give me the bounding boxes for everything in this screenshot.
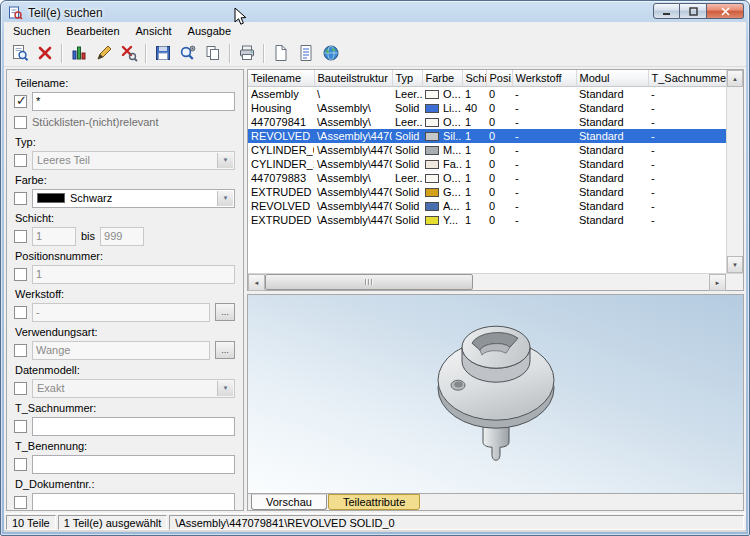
delete-search-button[interactable] — [116, 42, 141, 65]
cell-farbe: M... — [422, 143, 462, 157]
cell-werkstoff: - — [512, 213, 576, 227]
typ-checkbox[interactable] — [14, 154, 27, 167]
preview-viewport[interactable] — [248, 295, 743, 493]
minimize-button[interactable] — [653, 3, 680, 19]
chevron-down-icon: ▼ — [217, 191, 233, 206]
table-row[interactable]: REVOLVED S...\Assembly\4470...SolidA...1… — [248, 199, 726, 213]
column-schicht[interactable]: Schi... — [462, 70, 486, 86]
schicht-von-input[interactable] — [32, 227, 76, 246]
column-werkstoff[interactable]: Werkstoff — [512, 70, 576, 86]
table-row[interactable]: REVOLVED S...\Assembly\4470...SolidSil..… — [248, 129, 726, 143]
report-icon — [297, 44, 315, 62]
title-bar[interactable]: Teil(e) suchen — [1, 1, 749, 22]
copy-result-button[interactable] — [200, 42, 225, 65]
vertical-scrollbar[interactable]: ▲ ▼ — [726, 70, 743, 273]
datenmodell-checkbox[interactable] — [14, 382, 27, 395]
farbe-checkbox[interactable] — [14, 192, 27, 205]
table-row[interactable]: CYLINDER_0\Assembly\4470...SolidM...10-S… — [248, 143, 726, 157]
delete-result-button[interactable] — [32, 42, 57, 65]
schicht-bis-input[interactable] — [100, 227, 144, 246]
t-sachnummer-checkbox[interactable] — [14, 420, 27, 433]
scrollbar-track[interactable] — [473, 274, 709, 290]
column-modul[interactable]: Modul — [576, 70, 648, 86]
verwendungsart-checkbox[interactable] — [14, 344, 27, 357]
table-row[interactable]: Assembly\Leer...O...10-Standard- — [248, 86, 726, 101]
cell-teilename: 447079841 — [248, 115, 314, 129]
positionsnummer-checkbox[interactable] — [14, 268, 27, 281]
save-search-button[interactable] — [150, 42, 175, 65]
report-button[interactable] — [293, 42, 318, 65]
cell-typ: Solid — [392, 143, 422, 157]
schicht-checkbox[interactable] — [14, 230, 27, 243]
column-bauteilstruktur[interactable]: Bauteilstruktur — [314, 70, 392, 86]
mark-parts-button[interactable] — [91, 42, 116, 65]
table-row[interactable]: EXTRUDED ...\Assembly\4470...SolidG...10… — [248, 185, 726, 199]
scroll-left-icon[interactable]: ◄ — [248, 274, 265, 291]
client-area: Suchen Bearbeiten Ansicht Ausgabe — [4, 22, 746, 532]
close-button[interactable] — [707, 3, 744, 19]
column-sachnummer[interactable]: T_Sachnummer — [648, 70, 726, 86]
table-row[interactable]: Housing\Assembly\SolidLi...400-Standard- — [248, 101, 726, 115]
part-3d-render — [366, 295, 626, 485]
datenmodell-combobox[interactable]: Exakt ▼ — [32, 379, 235, 398]
t-benennung-input[interactable] — [32, 455, 235, 474]
menu-ausgabe[interactable]: Ausgabe — [180, 23, 239, 39]
cell-bauteilstruktur: \Assembly\4470... — [314, 129, 392, 143]
table-row[interactable]: EXTRUDED ...\Assembly\4470...SolidY...10… — [248, 213, 726, 227]
print-button[interactable] — [234, 42, 259, 65]
teilename-input[interactable] — [32, 92, 235, 111]
t-sachnummer-input[interactable] — [32, 417, 235, 436]
t-benennung-checkbox[interactable] — [14, 458, 27, 471]
maximize-button[interactable] — [680, 3, 707, 19]
cell-schicht: 1 — [462, 157, 486, 171]
verwendungsart-browse-button[interactable]: ... — [215, 341, 235, 359]
menu-bearbeiten[interactable]: Bearbeiten — [58, 23, 127, 39]
column-farbe[interactable]: Farbe — [422, 70, 462, 86]
positionsnummer-input[interactable] — [32, 265, 235, 284]
new-document-button[interactable] — [268, 42, 293, 65]
toolbar-separator — [145, 44, 146, 63]
column-typ[interactable]: Typ — [392, 70, 422, 86]
column-teilename[interactable]: Teilename — [248, 70, 314, 86]
table-row[interactable]: 447079841\Assembly\Leer...O...10-Standar… — [248, 115, 726, 129]
farbe-combobox[interactable]: Schwarz ▼ — [32, 189, 235, 208]
werkstoff-checkbox[interactable] — [14, 306, 27, 319]
scroll-down-icon[interactable]: ▼ — [727, 256, 743, 273]
typ-label: Typ: — [15, 136, 235, 148]
color-filter-button[interactable] — [66, 42, 91, 65]
column-position[interactable]: Posi... — [486, 70, 512, 86]
cell-modul: Standard — [576, 129, 648, 143]
cell-sachnummer: - — [648, 115, 726, 129]
horizontal-scrollbar[interactable]: ◄ ► — [248, 273, 743, 290]
stuecklisten-checkbox[interactable] — [14, 116, 27, 129]
cell-modul: Standard — [576, 213, 648, 227]
table-row[interactable]: CYLINDER_1\Assembly\4470...SolidFa...10-… — [248, 157, 726, 171]
status-bar: 10 Teile 1 Teil(e) ausgewählt \Assembly\… — [4, 513, 746, 532]
d-dokumentnr-checkbox[interactable] — [14, 496, 27, 509]
typ-combobox[interactable]: Leeres Teil ▼ — [32, 151, 235, 170]
cell-typ: Solid — [392, 185, 422, 199]
werkstoff-input[interactable] — [32, 303, 210, 322]
d-dokumentnr-input[interactable] — [32, 493, 235, 512]
minimize-icon — [662, 7, 671, 16]
scroll-right-icon[interactable]: ► — [709, 274, 726, 291]
cell-werkstoff: - — [512, 143, 576, 157]
search-settings-button[interactable] — [175, 42, 200, 65]
table-row[interactable]: 447079883\Assembly\Leer...O...10-Standar… — [248, 171, 726, 185]
cell-farbe: Li... — [422, 101, 462, 115]
verwendungsart-input[interactable] — [32, 341, 210, 360]
web-search-button[interactable] — [318, 42, 343, 65]
werkstoff-browse-button[interactable]: ... — [215, 303, 235, 321]
status-path: \Assembly\447079841\REVOLVED SOLID_0 — [169, 515, 744, 530]
search-parts-button[interactable] — [7, 42, 32, 65]
menu-ansicht[interactable]: Ansicht — [128, 23, 180, 39]
scroll-up-icon[interactable]: ▲ — [727, 70, 743, 87]
tab-vorschau[interactable]: Vorschau — [251, 494, 327, 510]
tab-teileattribute[interactable]: Teileattribute — [328, 494, 420, 510]
scrollbar-thumb[interactable] — [265, 274, 473, 290]
color-swatch — [425, 202, 439, 211]
menu-suchen[interactable]: Suchen — [5, 23, 58, 39]
new-document-icon — [272, 44, 290, 62]
color-swatch — [425, 118, 439, 127]
teilename-checkbox[interactable] — [14, 95, 27, 108]
